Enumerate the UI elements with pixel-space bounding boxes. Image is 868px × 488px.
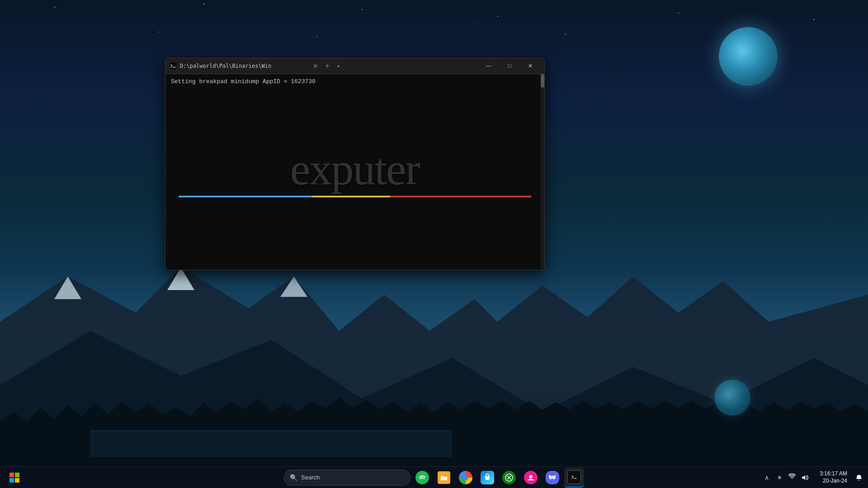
taskbar-icon-chrome[interactable] — [456, 468, 476, 488]
svg-rect-12 — [9, 478, 14, 483]
svg-rect-10 — [9, 473, 14, 477]
tray-volume[interactable] — [799, 472, 811, 483]
taskbar: 🔍 Search — [0, 466, 868, 488]
terminal-line-1: Setting breakpad minidump AppID = 162373… — [171, 78, 539, 86]
taskbar-icon-social[interactable] — [521, 468, 541, 488]
taskbar-icon-files[interactable] — [434, 468, 454, 488]
tray-brightness[interactable]: ☀ — [774, 472, 785, 483]
new-tab-button[interactable]: + — [322, 61, 333, 71]
chevron-up-icon: ∧ — [764, 474, 769, 481]
terminal-scrollbar[interactable] — [541, 74, 544, 270]
window-controls: — □ ✕ — [478, 58, 541, 74]
spotify-icon — [415, 471, 429, 484]
search-icon: 🔍 — [290, 474, 297, 481]
tab-close-button[interactable]: ✕ — [311, 61, 320, 70]
exputer-logo-text: exputer — [179, 147, 531, 192]
svg-point-17 — [553, 477, 554, 478]
store-icon — [481, 471, 494, 484]
svg-rect-13 — [15, 478, 19, 483]
taskbar-icon-discord[interactable] — [542, 468, 562, 488]
mountain-layer — [0, 240, 868, 466]
clock[interactable]: 3:16:17 AM 20-Jan-24 — [816, 470, 851, 484]
terminal-scrollbar-thumb — [541, 74, 544, 88]
exputer-watermark: exputer — [179, 147, 531, 197]
terminal-titlebar: D:\palworld\Pal\Binaries\Win ✕ + ▾ — □ ✕ — [165, 58, 544, 74]
colorbar-blue — [179, 196, 312, 197]
taskbar-right: ∧ ☀ — [584, 470, 868, 484]
tray-wifi[interactable] — [786, 472, 798, 483]
tab-dropdown-button[interactable]: ▾ — [333, 61, 344, 71]
svg-point-16 — [551, 477, 552, 478]
exputer-colorbar — [179, 196, 531, 197]
start-button[interactable] — [4, 467, 25, 488]
svg-rect-7 — [90, 430, 452, 457]
brightness-icon: ☀ — [777, 474, 783, 481]
colorbar-yellow — [312, 196, 390, 197]
colorbar-red — [390, 196, 531, 197]
svg-rect-9 — [170, 62, 177, 70]
moon-large — [719, 27, 778, 86]
svg-rect-11 — [15, 473, 19, 477]
maximize-button[interactable]: □ — [499, 58, 520, 74]
social-icon — [524, 471, 538, 484]
terminal-window: D:\palworld\Pal\Binaries\Win ✕ + ▾ — □ ✕… — [165, 58, 545, 270]
taskbar-center: 🔍 Search — [284, 468, 584, 488]
taskbar-icon-xbox[interactable] — [499, 468, 519, 488]
chrome-icon — [459, 471, 472, 484]
terminal-body[interactable]: Setting breakpad minidump AppID = 162373… — [165, 74, 544, 270]
files-icon — [438, 471, 450, 484]
discord-icon — [546, 471, 559, 484]
wifi-icon — [788, 474, 796, 482]
taskbar-icon-spotify[interactable] — [412, 468, 432, 488]
system-tray: ∧ ☀ — [758, 472, 813, 483]
notification-button[interactable] — [854, 472, 864, 483]
search-label: Search — [301, 474, 320, 481]
terminal-tab-icon — [169, 62, 177, 70]
minimize-button[interactable]: — — [478, 58, 499, 74]
svg-rect-8 — [90, 430, 452, 431]
tray-chevron[interactable]: ∧ — [761, 472, 773, 483]
moon-small — [714, 380, 750, 416]
search-bar[interactable]: 🔍 Search — [284, 469, 410, 486]
taskbar-icon-store[interactable] — [477, 468, 497, 488]
terminal-tab-label: D:\palworld\Pal\Binaries\Win — [180, 63, 311, 69]
svg-point-15 — [529, 475, 533, 478]
taskbar-icon-terminal[interactable] — [564, 468, 584, 488]
xbox-icon — [502, 471, 516, 484]
clock-date: 20-Jan-24 — [823, 478, 847, 485]
terminal-icon — [567, 470, 581, 484]
close-button[interactable]: ✕ — [520, 58, 541, 74]
clock-time: 3:16:17 AM — [820, 470, 847, 478]
taskbar-left — [0, 467, 284, 488]
terminal-output: Setting breakpad minidump AppID = 162373… — [165, 74, 544, 89]
